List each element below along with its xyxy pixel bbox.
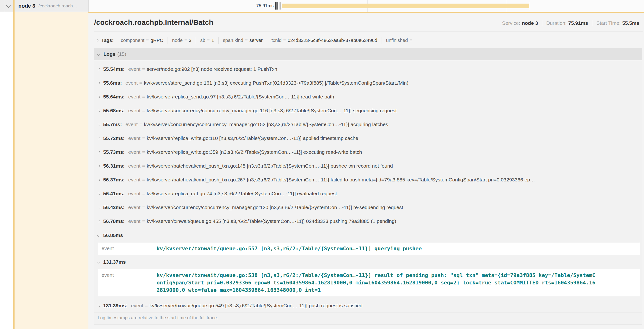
logs-rows: 55.54ms:event=server/node.go:902 [n3] no… (94, 60, 642, 312)
logs-footer-note: Log timestamps are relative to the start… (94, 312, 642, 324)
chevron-down-icon[interactable] (97, 53, 100, 56)
log-entry-row[interactable]: 55.72ms:event=kv/kvserver/replica_write.… (94, 131, 642, 145)
log-entry-row[interactable]: 55.64ms:event=kv/kvserver/replica_send.g… (94, 90, 642, 104)
chevron-right-icon[interactable] (97, 68, 100, 71)
meta-divider (592, 20, 592, 26)
logs-title: Logs (104, 51, 115, 57)
log-message: kv/kvserver/txnwait/queue.go:455 [n3,s3,… (147, 218, 396, 224)
equals-sign: = (146, 38, 149, 43)
logs-section: Logs (15) 55.54ms:event=server/node.go:9… (94, 48, 642, 324)
tag-item: span.kind=server (218, 37, 267, 44)
tag-value: 1 (212, 38, 214, 43)
chevron-right-icon[interactable] (97, 95, 100, 98)
log-message: kv/kvserver/store_send.go:161 [n3,s3] ex… (144, 80, 408, 86)
log-entry-row[interactable]: 56.41ms:event=kv/kvserver/replica_raft.g… (94, 187, 642, 200)
chevron-right-icon[interactable] (97, 192, 100, 195)
log-field-name: event (128, 163, 140, 169)
log-field-name: event (125, 122, 138, 127)
equals-sign: = (142, 177, 145, 182)
log-entry-row[interactable]: 56.78ms:event=kv/kvserver/txnwait/queue.… (94, 214, 642, 228)
log-field-name: event (128, 136, 140, 141)
span-service-name: node 3 (18, 3, 35, 9)
log-field-name: event (125, 80, 138, 86)
title-divider (94, 31, 642, 32)
equals-sign: = (142, 163, 145, 169)
service-value: node 3 (522, 20, 538, 26)
log-timestamp: 56.37ms: (103, 177, 125, 182)
chevron-right-icon[interactable] (97, 109, 100, 112)
tags-section-toggle[interactable]: Tags: component=gRPC node=3 sb=1 span.ki… (94, 35, 642, 46)
equals-sign: = (207, 38, 210, 43)
chevron-right-icon[interactable] (97, 137, 100, 140)
equals-sign: = (142, 218, 145, 224)
tag-value: gRPC (151, 38, 163, 43)
chevron-right-icon[interactable] (97, 164, 100, 168)
duration-value: 75.91ms (568, 20, 588, 26)
chevron-right-icon[interactable] (97, 123, 100, 126)
log-field-name: event (128, 94, 140, 100)
chevron-down-icon[interactable] (6, 3, 10, 8)
duration-label: Duration: (546, 20, 566, 26)
log-entry-row[interactable]: 55.7ms:event=kv/kvserver/concurrency/con… (94, 118, 642, 131)
tag-item: sb=1 (196, 37, 218, 44)
span-duration-bar[interactable] (282, 4, 529, 8)
start-time-label: Start Time: (596, 20, 621, 26)
logs-count: (15) (117, 51, 126, 57)
log-entry-header[interactable]: 131.37ms (94, 258, 642, 266)
log-timestamp: 131.39ms: (103, 303, 128, 308)
logs-section-toggle[interactable]: Logs (15) (94, 48, 642, 60)
tag-key: span.kind (223, 38, 243, 43)
chevron-down-icon[interactable] (97, 234, 100, 237)
start-time-value: 55.5ms (622, 20, 639, 26)
span-operation-name: /cockroach.roach… (38, 3, 78, 8)
log-timestamp: 56.85ms (103, 232, 123, 238)
equals-sign: = (142, 191, 145, 196)
log-timestamp: 131.37ms (103, 259, 126, 265)
span-tint-column (14, 12, 88, 329)
tag-key: sb (200, 38, 205, 43)
log-field-name: event (128, 177, 140, 182)
timeline-gridline (228, 0, 228, 12)
equals-sign: = (140, 80, 142, 86)
log-message: kv/kvserver/batcheval/cmd_push_txn.go:26… (147, 177, 535, 182)
log-entry-row[interactable]: 56.43ms:event=kv/kvserver/concurrency/co… (94, 200, 642, 214)
chevron-right-icon[interactable] (97, 304, 100, 307)
tag-key: node (172, 38, 183, 43)
log-field-name: event (102, 245, 156, 252)
log-field-name: event (128, 108, 140, 114)
tag-value: 3 (189, 38, 192, 43)
log-timestamp: 55.64ms: (103, 94, 125, 100)
log-entry-header[interactable]: 56.85ms (94, 232, 642, 239)
chevron-right-icon[interactable] (97, 220, 100, 223)
span-detail-meta: Service:node 3 Duration:75.91ms Start Ti… (502, 20, 642, 26)
log-timestamp: 56.41ms: (103, 191, 125, 196)
span-detail-title: /cockroach.roachpb.Internal/Batch (94, 18, 213, 26)
log-timestamp: 56.43ms: (103, 204, 125, 210)
equals-sign: = (145, 303, 148, 308)
log-entry-row[interactable]: 55.6ms:event=kv/kvserver/store_send.go:1… (94, 76, 642, 90)
equals-sign: = (142, 108, 145, 114)
log-field-name: event (128, 149, 140, 155)
log-entry-row[interactable]: 55.68ms:event=kv/kvserver/concurrency/co… (94, 104, 642, 118)
log-entry-row[interactable]: 56.31ms:event=kv/kvserver/batcheval/cmd_… (94, 159, 642, 173)
chevron-right-icon[interactable] (97, 151, 100, 154)
chevron-down-icon[interactable] (97, 260, 100, 264)
equals-sign: = (142, 204, 145, 210)
trace-view: node 3 /cockroach.roach… 75.91ms /cockro… (0, 0, 644, 329)
span-color-stripe (13, 0, 14, 329)
log-entry-row[interactable]: 55.54ms:event=server/node.go:902 [n3] no… (94, 62, 642, 76)
log-entry-row[interactable]: 56.37ms:event=kv/kvserver/batcheval/cmd_… (94, 173, 642, 187)
meta-divider (542, 20, 542, 26)
span-timeline-row[interactable]: 75.91ms (88, 0, 644, 12)
log-message: kv/kvserver/batcheval/cmd_push_txn.go:14… (147, 163, 393, 169)
chevron-right-icon[interactable] (97, 206, 100, 209)
chevron-right-icon[interactable] (97, 82, 100, 85)
chevron-right-icon[interactable] (97, 178, 100, 182)
tag-item: component=gRPC (116, 37, 168, 44)
log-entry-row[interactable]: 131.39ms:event=kv/kvserver/txnwait/queue… (94, 299, 642, 312)
log-entry-row[interactable]: 55.73ms:event=kv/kvserver/replica_write.… (94, 145, 642, 159)
service-label: Service: (502, 20, 520, 26)
log-timestamp: 55.68ms: (103, 108, 125, 114)
span-duration-label: 75.91ms (251, 3, 274, 8)
chevron-right-icon[interactable] (95, 39, 98, 42)
